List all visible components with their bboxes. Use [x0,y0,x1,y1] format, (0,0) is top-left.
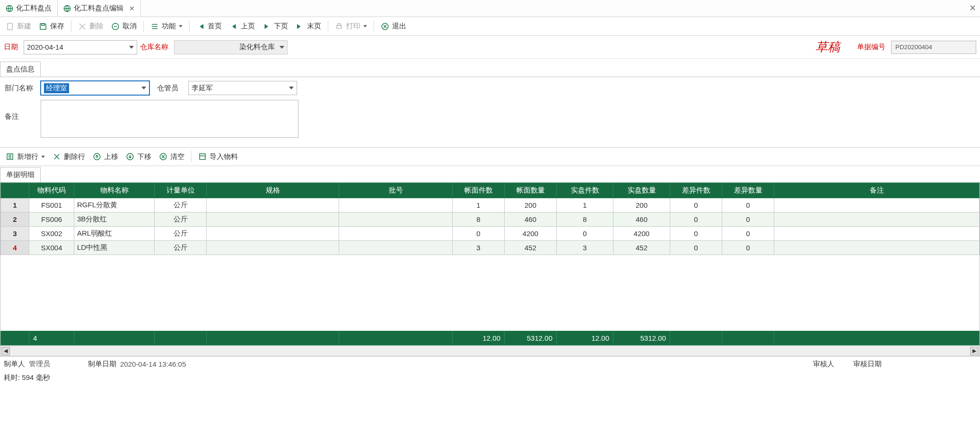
move-up-button[interactable]: 上移 [90,150,121,163]
docno-field[interactable] [891,41,976,54]
keeper-value: 李延军 [192,84,213,93]
table-cell[interactable]: 460 [613,212,670,227]
new-button[interactable]: 新建 [3,20,34,33]
table-row[interactable]: 2FS0063B分散红公斤8460846000 [1,212,980,227]
detail-table[interactable]: 物料代码 物料名称 计量单位 规格 批号 帐面件数 帐面数量 实盘件数 实盘数量… [0,183,980,255]
table-cell[interactable]: 452 [505,241,557,255]
table-cell[interactable]: 1 [557,198,613,212]
horizontal-scrollbar[interactable]: ◀ ▶ [0,345,980,356]
table-cell[interactable]: 200 [613,198,670,212]
table-cell[interactable] [774,198,980,212]
scroll-right-icon[interactable]: ▶ [970,347,979,355]
detail-toolbar: 新增行 删除行 上移 下移 清空 导入物料 [0,147,980,166]
table-cell[interactable]: 200 [505,198,557,212]
table-cell[interactable] [339,212,453,227]
table-cell[interactable]: 0 [722,198,774,212]
prev-page-button[interactable]: 上页 [227,20,258,33]
print-button[interactable]: 打印 [332,20,370,33]
tab-inventory[interactable]: 化工料盘点 [0,0,58,17]
table-header: 物料代码 物料名称 计量单位 规格 批号 帐面件数 帐面数量 实盘件数 实盘数量… [1,183,980,198]
first-page-button[interactable]: 首页 [193,20,225,33]
close-all-icon[interactable]: ✕ [969,3,976,13]
table-cell[interactable]: LD中性黑 [74,241,155,255]
exit-button[interactable]: 退出 [378,20,409,33]
last-page-button[interactable]: 末页 [293,20,324,33]
svg-rect-12 [200,154,205,159]
table-cell[interactable]: 8 [557,212,613,227]
date-label: 日期 [4,43,21,52]
table-cell[interactable]: 3 [1,227,29,241]
table-cell[interactable]: 1 [1,198,29,212]
table-cell[interactable] [207,198,339,212]
table-cell[interactable]: 2 [1,212,29,227]
table-cell[interactable]: SX004 [29,241,74,255]
table-cell[interactable] [774,212,980,227]
down-icon [126,152,134,161]
table-cell[interactable] [774,241,980,255]
table-cell[interactable]: 0 [670,241,722,255]
scroll-left-icon[interactable]: ◀ [1,347,10,355]
date-combo[interactable]: 2020-04-14 [24,40,137,54]
table-cell[interactable] [207,227,339,241]
delete-button[interactable]: 删除 [75,20,106,33]
app-tab-bar: 化工料盘点 化工料盘点编辑 ✕ ✕ [0,0,980,17]
save-button[interactable]: 保存 [36,20,67,33]
table-cell[interactable]: 3 [557,241,613,255]
table-row[interactable]: 4SX004LD中性黑公斤3452345200 [1,241,980,255]
table-cell[interactable]: 4 [1,241,29,255]
tab-close-icon[interactable]: ✕ [129,5,135,12]
table-cell[interactable]: 0 [670,212,722,227]
table-cell[interactable]: 0 [722,212,774,227]
function-button[interactable]: 功能 [148,20,185,33]
table-cell[interactable]: 4200 [613,227,670,241]
table-cell[interactable]: 1 [453,198,505,212]
table-cell[interactable] [774,227,980,241]
table-cell[interactable]: 0 [670,198,722,212]
table-cell[interactable]: 460 [505,212,557,227]
svg-rect-3 [42,24,44,26]
table-cell[interactable]: SX002 [29,227,74,241]
table-cell[interactable]: 0 [722,227,774,241]
auditor-label: 审核人 [813,360,834,369]
table-cell[interactable]: FS001 [29,198,74,212]
table-cell[interactable] [339,227,453,241]
table-cell[interactable]: ARL弱酸红 [74,227,155,241]
make-date-value: 2020-04-14 13:46:05 [120,360,186,368]
keeper-combo[interactable]: 李延军 [188,81,297,95]
import-button[interactable]: 导入物料 [195,150,241,163]
table-cell[interactable]: 3 [453,241,505,255]
table-cell[interactable] [339,198,453,212]
table-cell[interactable] [207,241,339,255]
table-cell[interactable]: 0 [557,227,613,241]
delete-row-button[interactable]: 删除行 [50,150,88,163]
next-page-button[interactable]: 下页 [260,20,291,33]
table-cell[interactable]: 0 [453,227,505,241]
table-cell[interactable]: 4200 [505,227,557,241]
table-row[interactable]: 1FS001RGFL分散黄公斤1200120000 [1,198,980,212]
table-cell[interactable]: 公斤 [155,198,207,212]
table-cell[interactable]: 公斤 [155,212,207,227]
table-cell[interactable] [207,212,339,227]
cancel-button[interactable]: 取消 [108,20,140,33]
table-cell[interactable]: FS006 [29,212,74,227]
warehouse-combo[interactable]: 染化料仓库 [174,40,288,54]
clear-button[interactable]: 清空 [156,150,187,163]
table-cell[interactable]: 0 [722,241,774,255]
remark-field[interactable] [41,100,298,138]
table-cell[interactable]: RGFL分散黄 [74,198,155,212]
table-cell[interactable]: 公斤 [155,241,207,255]
dept-combo[interactable]: 经理室 [41,81,149,95]
add-row-button[interactable]: 新增行 [3,150,48,163]
table-cell[interactable]: 3B分散红 [74,212,155,227]
table-cell[interactable]: 公斤 [155,227,207,241]
table-row[interactable]: 3SX002ARL弱酸红公斤042000420000 [1,227,980,241]
detail-tab[interactable]: 单据明细 [0,167,41,182]
table-cell[interactable] [339,241,453,255]
table-cell[interactable]: 0 [670,227,722,241]
info-tab[interactable]: 盘点信息 [0,62,41,77]
tab-inventory-edit[interactable]: 化工料盘点编辑 ✕ [58,0,141,17]
table-cell[interactable]: 8 [453,212,505,227]
audit-date-label: 审核日期 [853,360,882,369]
table-cell[interactable]: 452 [613,241,670,255]
move-down-button[interactable]: 下移 [123,150,154,163]
